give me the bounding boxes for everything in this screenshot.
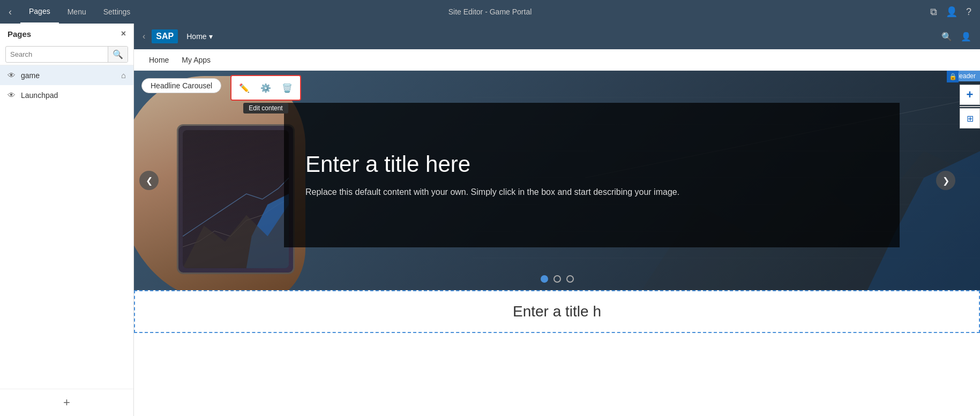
eye-icon-2: 👁 bbox=[8, 90, 16, 100]
edit-content-tooltip: Edit content bbox=[243, 103, 288, 114]
search-input[interactable] bbox=[6, 48, 108, 61]
tablet-screen bbox=[183, 130, 289, 268]
eye-icon: 👁 bbox=[8, 71, 16, 80]
user-icon[interactable]: 👤 bbox=[946, 6, 957, 18]
chart-svg bbox=[183, 130, 289, 268]
search-icon[interactable]: 🔍 bbox=[108, 47, 128, 62]
tab-menu[interactable]: Menu bbox=[59, 0, 95, 24]
sidebar: Pages × 🔍 👁 game ⌂ 👁 Launchpad + bbox=[0, 24, 134, 416]
sidebar-item-game[interactable]: 👁 game ⌂ bbox=[0, 65, 133, 85]
add-section-button[interactable]: + bbox=[960, 85, 980, 105]
preview-frame: ‹ SAP Home ▾ 🔍 👤 Home My Apps bbox=[134, 24, 980, 416]
carousel-next-button[interactable]: ❯ bbox=[936, 171, 955, 190]
carousel-dots bbox=[541, 275, 574, 283]
search-field: 🔍 bbox=[5, 46, 128, 63]
site-back-icon[interactable]: ‹ bbox=[143, 32, 145, 41]
nav-tabs: Pages Menu Settings bbox=[20, 0, 139, 24]
carousel-dot-2[interactable] bbox=[553, 275, 561, 283]
carousel-title: Enter a title here bbox=[305, 152, 878, 177]
home-label: Home bbox=[186, 32, 206, 41]
settings-button[interactable]: ⚙️ bbox=[256, 78, 275, 97]
carousel-description: Replace this default content with your o… bbox=[305, 186, 878, 199]
carousel-dot-1[interactable] bbox=[541, 275, 548, 283]
carousel-content-overlay: Enter a title here Replace this default … bbox=[284, 103, 900, 247]
top-nav-icons: ⧉ 👤 ? bbox=[930, 6, 971, 18]
preview-area: ‹ SAP Home ▾ 🔍 👤 Home My Apps bbox=[134, 24, 980, 416]
lock-icon: 🔒 bbox=[947, 71, 959, 82]
site-header-right-icons: 🔍 👤 bbox=[941, 32, 971, 42]
sidebar-item-game-label: game bbox=[21, 71, 40, 80]
back-button[interactable]: ‹ bbox=[9, 6, 12, 18]
below-carousel-section: Enter a title h bbox=[134, 290, 980, 333]
below-section-title: Enter a title h bbox=[513, 303, 601, 320]
grid-button[interactable]: ⊞ bbox=[960, 108, 980, 128]
site-user-icon[interactable]: 👤 bbox=[961, 32, 971, 42]
help-icon[interactable]: ? bbox=[966, 6, 971, 18]
home-icon: ⌂ bbox=[121, 71, 126, 80]
panel-divider bbox=[960, 106, 980, 107]
sidebar-item-launchpad[interactable]: 👁 Launchpad bbox=[0, 85, 133, 105]
external-link-icon[interactable]: ⧉ bbox=[930, 6, 937, 18]
site-nav-myapps[interactable]: My Apps bbox=[175, 49, 217, 71]
site-header-bar: ‹ SAP Home ▾ 🔍 👤 bbox=[134, 24, 980, 49]
add-page-button[interactable]: + bbox=[63, 396, 70, 410]
sidebar-item-launchpad-label: Launchpad bbox=[21, 91, 58, 100]
edit-content-button[interactable]: ✏️ bbox=[235, 78, 254, 97]
sidebar-title: Pages bbox=[8, 29, 31, 39]
site-search-icon[interactable]: 🔍 bbox=[941, 32, 952, 42]
sap-logo: SAP bbox=[152, 29, 178, 43]
carousel-dot-3[interactable] bbox=[566, 275, 574, 283]
dropdown-arrow-icon: ▾ bbox=[209, 32, 213, 41]
right-panel-buttons: + ⊞ bbox=[960, 85, 980, 128]
sidebar-footer: + bbox=[0, 389, 133, 416]
carousel-section: Enter a title here Replace this default … bbox=[134, 71, 980, 290]
sidebar-close-button[interactable]: × bbox=[121, 29, 126, 39]
headline-carousel-label: Headline Carousel bbox=[141, 78, 221, 93]
toolbar-buttons-container: ✏️ ⚙️ 🗑️ bbox=[230, 75, 301, 101]
site-home-dropdown[interactable]: Home ▾ bbox=[186, 32, 212, 41]
site-nav-home[interactable]: Home bbox=[143, 49, 175, 71]
sidebar-search-container: 🔍 bbox=[0, 44, 133, 65]
tab-settings[interactable]: Settings bbox=[95, 0, 139, 24]
toolbar-popup: ✏️ ⚙️ 🗑️ Edit content bbox=[230, 75, 301, 114]
editor-title: Site Editor - Game Portal bbox=[448, 7, 532, 16]
delete-button[interactable]: 🗑️ bbox=[278, 78, 297, 97]
sidebar-header: Pages × bbox=[0, 24, 133, 44]
tab-pages[interactable]: Pages bbox=[20, 0, 59, 24]
carousel-prev-button[interactable]: ❮ bbox=[139, 171, 159, 190]
right-panel: Header + ⊞ 🔒 bbox=[959, 71, 980, 290]
main-area: Pages × 🔍 👁 game ⌂ 👁 Launchpad + ‹ bbox=[0, 24, 980, 416]
top-navigation: ‹ Pages Menu Settings Site Editor - Game… bbox=[0, 0, 980, 24]
site-navigation: Home My Apps bbox=[134, 49, 980, 71]
tablet-device bbox=[177, 124, 295, 274]
